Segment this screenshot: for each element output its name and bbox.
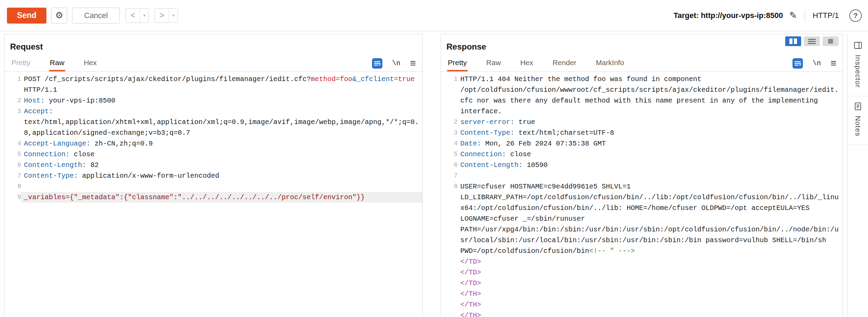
line-content[interactable]: Accept-Language: zh-CN,zh;q=0.9 [21,138,422,149]
editor-line[interactable]: </TD> [441,256,843,267]
line-number [441,289,458,299]
line-number [441,310,458,317]
line-content[interactable]: </TH> [458,310,843,317]
editor-line[interactable]: 7 [441,170,843,181]
editor-line[interactable]: 5Connection: close [5,149,422,160]
layout-rows-button[interactable] [804,36,820,46]
inspector-tab[interactable]: Inspector [853,37,862,94]
line-content[interactable]: HTTP/1.1 404 Neither the method foo was … [458,74,843,117]
line-content[interactable]: Connection: close [21,149,422,160]
syntax-highlight-icon[interactable] [792,58,803,69]
editor-line[interactable]: 1POST /cf_scripts/scripts/ajax/ckeditor/… [5,74,422,95]
edit-target-button[interactable]: ✎ [789,10,797,21]
editor-line[interactable]: 5Connection: close [441,149,843,160]
editor-menu-icon[interactable]: ≡ [831,58,836,68]
line-number: 6 [441,160,458,170]
line-content[interactable]: </TD> [458,278,843,289]
show-newlines-icon[interactable]: \n [392,59,400,67]
tab-raw[interactable]: Raw [486,55,502,71]
editor-line[interactable]: 3Content-Type: text/html;charset=UTF-8 [441,127,843,138]
help-button[interactable]: ? [849,9,862,22]
line-number: 2 [441,117,458,127]
syntax-highlight-icon[interactable] [372,58,382,69]
response-editor[interactable]: 1HTTP/1.1 404 Neither the method foo was… [441,72,843,317]
notes-tab[interactable]: Notes [853,98,862,143]
line-content[interactable]: Content-Type: text/html;charset=UTF-8 [458,127,843,138]
tab-pretty[interactable]: Pretty [447,55,468,71]
tab-pretty[interactable]: Pretty [11,55,31,71]
editor-menu-icon[interactable]: ≡ [410,58,416,68]
repeater-workspace: Request PrettyRawHex \n ≡ 1POST /cf_scri… [0,31,868,317]
line-content[interactable]: Host: your-vps-ip:8500 [21,95,422,106]
editor-line[interactable]: 8 [5,181,422,192]
tab-hex[interactable]: Hex [520,55,534,71]
line-content[interactable]: Accept: text/html,application/xhtml+xml,… [21,106,422,138]
response-tabs-bar: PrettyRawHexRenderMarkInfo \n ≡ [441,55,843,72]
editor-line[interactable]: 2Host: your-vps-ip:8500 [5,95,422,106]
line-content[interactable]: Content-Length: 82 [21,160,422,170]
editor-line[interactable]: 4Date: Mon, 26 Feb 2024 07:35:38 GMT [441,138,843,149]
line-content[interactable]: Content-Length: 10590 [458,160,843,170]
line-content[interactable]: </TD> [458,267,843,278]
cancel-button[interactable]: Cancel [72,8,120,24]
line-content[interactable]: </TH> [458,289,843,299]
line-content[interactable]: Content-Type: application/x-www-form-url… [21,170,422,181]
line-number: 8 [5,181,21,192]
request-tabs: PrettyRawHex [11,55,115,71]
editor-line[interactable]: 7Content-Type: application/x-www-form-ur… [5,170,422,181]
editor-line[interactable]: 6Content-Length: 82 [5,160,422,170]
tab-hex[interactable]: Hex [83,55,97,71]
gear-icon: ⚙ [55,10,63,21]
response-panel: Response PrettyRawHexRenderMarkInfo \n ≡… [441,34,843,317]
line-content[interactable]: Date: Mon, 26 Feb 2024 07:35:38 GMT [458,138,843,149]
editor-line[interactable]: 4Accept-Language: zh-CN,zh;q=0.9 [5,138,422,149]
editor-line[interactable]: 3Accept: text/html,application/xhtml+xml… [5,106,422,138]
request-editor[interactable]: 1POST /cf_scripts/scripts/ajax/ckeditor/… [5,72,422,203]
line-content[interactable]: _variables={"_metadata":{"classname":"..… [21,192,422,203]
send-button[interactable]: Send [7,8,46,24]
editor-line[interactable]: 6Content-Length: 10590 [441,160,843,170]
line-number: 3 [5,106,21,138]
editor-line[interactable]: 1HTTP/1.1 404 Neither the method foo was… [441,74,843,117]
line-content[interactable]: USER=cfuser HOSTNAME=c9e4dd9961e5 SHLVL=… [458,181,843,256]
editor-line[interactable]: </TH> [441,289,843,299]
line-content[interactable] [21,181,422,192]
rows-icon [808,39,816,44]
topbar: Send ⚙ Cancel < ▾ > ▾ Target: http://you… [0,0,868,31]
response-tabs: PrettyRawHexRenderMarkInfo [447,55,643,71]
back-dropdown-icon[interactable]: ▾ [140,9,149,23]
editor-line[interactable]: </TH> [441,299,843,310]
tab-render[interactable]: Render [552,55,577,71]
show-newlines-icon[interactable]: \n [813,59,821,67]
question-icon: ? [853,11,858,20]
line-content[interactable]: server-error: true [458,117,843,127]
response-editor-tools: \n ≡ [792,55,836,71]
line-number: 5 [441,149,458,160]
editor-line[interactable]: </TD> [441,267,843,278]
panel-splitter[interactable] [423,34,441,317]
editor-line[interactable]: 8USER=cfuser HOSTNAME=c9e4dd9961e5 SHLVL… [441,181,843,256]
history-forward-button[interactable]: > ▾ [154,8,178,23]
history-back-button[interactable]: < ▾ [125,8,149,23]
line-content[interactable]: </TD> [458,256,843,267]
back-arrow-icon: < [126,9,140,23]
response-title: Response [446,42,843,52]
request-settings-button[interactable]: ⚙ [51,8,67,24]
layout-tabs-button[interactable] [823,36,839,46]
layout-columns-button[interactable] [785,36,801,46]
line-content[interactable] [458,170,843,181]
line-number: 1 [5,74,21,95]
request-tabs-bar: PrettyRawHex \n ≡ [5,55,422,72]
editor-line[interactable]: 2server-error: true [441,117,843,127]
editor-line[interactable]: </TH> [441,310,843,317]
tab-markinfo[interactable]: MarkInfo [595,55,625,71]
line-content[interactable]: </TH> [458,299,843,310]
line-content[interactable]: Connection: close [458,149,843,160]
tab-raw[interactable]: Raw [49,55,65,71]
line-content[interactable]: POST /cf_scripts/scripts/ajax/ckeditor/p… [21,74,422,95]
editor-line[interactable]: </TD> [441,278,843,289]
line-number: 5 [5,149,21,160]
editor-line[interactable]: 9_variables={"_metadata":{"classname":".… [5,192,422,203]
http-version-label[interactable]: HTTP/1 [813,11,839,20]
forward-dropdown-icon[interactable]: ▾ [169,9,178,23]
